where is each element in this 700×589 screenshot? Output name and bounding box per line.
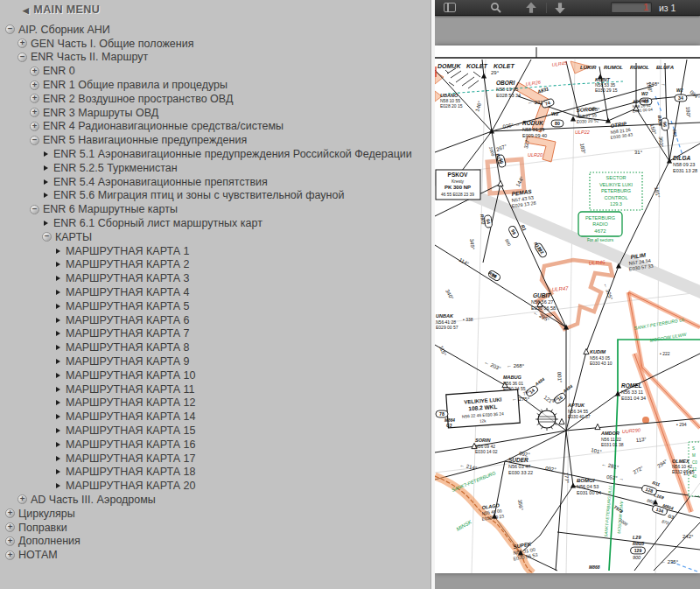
tree-item[interactable]: +AD Часть III. Аэродромы (0, 493, 430, 507)
tree-item[interactable]: МАРШРУТНАЯ КАРТА 16 (0, 438, 430, 452)
tree-item-label[interactable]: AD Часть III. Аэродромы (31, 494, 156, 506)
tree-item-label[interactable]: МАРШРУТНАЯ КАРТА 9 (66, 355, 189, 368)
tree-item-label[interactable]: ENR 4 Радионавигационные средства/систем… (43, 120, 284, 132)
tree-item-label[interactable]: Циркуляры (18, 508, 75, 520)
main-menu-header[interactable]: ◀MAIN MENU (0, 0, 430, 22)
tree-item-label[interactable]: Поправки (18, 522, 67, 534)
tree-item[interactable]: МАРШРУТНАЯ КАРТА 8 (0, 340, 430, 354)
expand-icon[interactable]: + (5, 508, 15, 518)
tree-item[interactable]: −AIP. Сборник АНИ (0, 23, 430, 37)
tree-item-label[interactable]: МАРШРУТНАЯ КАРТА 2 (66, 258, 189, 270)
tree-item[interactable]: −ENR Часть II. Маршрут (0, 51, 430, 65)
tree-item-label[interactable]: ENR 6.1 Сборный лист маршрутных карт (53, 217, 262, 229)
tree-item[interactable]: −КАРТЫ (0, 230, 430, 244)
tree-item-label[interactable]: МАРШРУТНАЯ КАРТА 17 (66, 452, 195, 465)
tree-item[interactable]: +ENR 0 (0, 64, 430, 78)
tree-item-label[interactable]: МАРШРУТНАЯ КАРТА 5 (66, 300, 189, 312)
expand-icon[interactable]: + (30, 122, 39, 131)
page-number-input[interactable] (611, 2, 652, 13)
tree-item[interactable]: МАРШРУТНАЯ КАРТА 20 (0, 479, 430, 493)
tree-item-label[interactable]: МАРШРУТНАЯ КАРТА 18 (66, 466, 195, 478)
expand-icon[interactable]: + (30, 81, 39, 90)
tree-item[interactable]: МАРШРУТНАЯ КАРТА 11 (0, 382, 430, 396)
expand-icon[interactable]: + (18, 494, 27, 504)
tree-item[interactable]: МАРШРУТНАЯ КАРТА 3 (0, 271, 430, 285)
tree-item[interactable]: МАРШРУТНАЯ КАРТА 1 (0, 244, 430, 258)
tree-item[interactable]: +ENR 1 Общие правила и процедуры (0, 78, 430, 92)
tree-item-label[interactable]: ENR Часть II. Маршрут (31, 51, 148, 63)
tree-item-label[interactable]: Дополнения (18, 535, 80, 547)
tree-item-label[interactable]: МАРШРУТНАЯ КАРТА 14 (66, 410, 195, 423)
tree-item[interactable]: +НОТАМ (0, 548, 430, 562)
collapse-icon[interactable]: − (30, 205, 39, 214)
expand-icon[interactable]: + (30, 94, 39, 103)
tree-item[interactable]: +ENR 3 Маршруты ОВД (0, 106, 430, 120)
tree-item[interactable]: +Циркуляры (0, 507, 430, 521)
tree-item[interactable]: МАРШРУТНАЯ КАРТА 4 (0, 285, 430, 299)
tree-item[interactable]: МАРШРУТНАЯ КАРТА 9 (0, 354, 430, 368)
tree-item-label[interactable]: МАРШРУТНАЯ КАРТА 6 (66, 314, 189, 326)
tree-item[interactable]: ENR 6.1 Сборный лист маршрутных карт (0, 216, 430, 230)
tree-item-label[interactable]: ENR 5.1 Аэронавигационные предупреждения… (53, 148, 412, 160)
tree-item[interactable]: +GEN Часть I. Общие положения (0, 37, 430, 51)
tree-item-label[interactable]: МАРШРУТНАЯ КАРТА 20 (66, 480, 195, 492)
tree-item[interactable]: МАРШРУТНАЯ КАРТА 14 (0, 410, 430, 424)
tree-item[interactable]: МАРШРУТНАЯ КАРТА 10 (0, 368, 430, 382)
collapse-icon[interactable]: − (5, 25, 15, 34)
tree-item[interactable]: +Поправки (0, 521, 430, 535)
expand-icon[interactable]: + (5, 522, 15, 532)
tree-item-label[interactable]: НОТАМ (18, 549, 58, 561)
tree-item[interactable]: +Дополнения (0, 534, 430, 548)
tree-item[interactable]: МАРШРУТНАЯ КАРТА 7 (0, 327, 430, 341)
tree-item[interactable]: −ENR 6 Маршрутные карты (0, 202, 430, 216)
collapse-icon[interactable]: − (30, 136, 39, 145)
tree-item-label[interactable]: МАРШРУТНАЯ КАРТА 16 (66, 438, 195, 451)
tree-item-label[interactable]: МАРШРУТНАЯ КАРТА 7 (66, 327, 189, 340)
tree-item-label[interactable]: AIP. Сборник АНИ (18, 24, 110, 36)
tree-item[interactable]: МАРШРУТНАЯ КАРТА 12 (0, 396, 430, 410)
search-icon[interactable] (490, 2, 502, 14)
tree-item[interactable]: ENR 5.1 Аэронавигационные предупреждения… (0, 147, 430, 161)
tree-item-label[interactable]: МАРШРУТНАЯ КАРТА 3 (66, 272, 189, 284)
collapse-icon[interactable]: − (18, 53, 27, 62)
tree-item-label[interactable]: МАРШРУТНАЯ КАРТА 11 (66, 383, 194, 396)
expand-icon[interactable]: + (5, 536, 15, 546)
tree-item[interactable]: МАРШРУТНАЯ КАРТА 18 (0, 466, 430, 480)
tree-item[interactable]: +ENR 2 Воздушное пространство ОВД (0, 92, 430, 106)
tree-item-label[interactable]: ENR 5.6 Миграция птиц и зоны с чувствите… (53, 189, 344, 201)
tree-item[interactable]: МАРШРУТНАЯ КАРТА 2 (0, 258, 430, 272)
tree-item-label[interactable]: МАРШРУТНАЯ КАРТА 15 (66, 424, 195, 437)
tree-item-label[interactable]: МАРШРУТНАЯ КАРТА 1 (66, 245, 189, 257)
tree-item-label[interactable]: ENR 0 (43, 65, 75, 77)
tree-item-label[interactable]: ENR 2 Воздушное пространство ОВД (43, 93, 233, 105)
tree-item-label[interactable]: GEN Часть I. Общие положения (31, 38, 193, 50)
expand-icon[interactable]: + (30, 108, 39, 117)
chart-page[interactable]: 748045349698646039296141612912813478 DOM… (435, 46, 700, 573)
tree-item-label[interactable]: МАРШРУТНАЯ КАРТА 10 (66, 369, 195, 382)
tree-item-label[interactable]: ENR 5.2.5 Туркменистан (53, 162, 178, 174)
tree-item-label[interactable]: ENR 6 Маршрутные карты (43, 203, 178, 215)
tree-item[interactable]: МАРШРУТНАЯ КАРТА 15 (0, 424, 430, 438)
tree-item[interactable]: МАРШРУТНАЯ КАРТА 17 (0, 452, 430, 466)
tree-item[interactable]: +ENR 4 Радионавигационные средства/систе… (0, 120, 430, 134)
tree-item-label[interactable]: ENR 5 Навигационные предупреждения (43, 134, 247, 146)
collapse-icon[interactable]: − (42, 232, 52, 242)
tree-item-label[interactable]: МАРШРУТНАЯ КАРТА 8 (66, 341, 189, 354)
tree-item[interactable]: ENR 5.6 Миграция птиц и зоны с чувствите… (0, 189, 430, 203)
tree-item-label[interactable]: МАРШРУТНАЯ КАРТА 12 (66, 396, 195, 409)
next-page-icon[interactable] (554, 2, 566, 14)
tree-item-label[interactable]: ENR 5.4 Аэронавигационные препятствия (53, 176, 268, 188)
tree-item[interactable]: МАРШРУТНАЯ КАРТА 6 (0, 313, 430, 327)
tree-item-label[interactable]: МАРШРУТНАЯ КАРТА 4 (66, 286, 189, 298)
tree-item[interactable]: ENR 5.2.5 Туркменистан (0, 161, 430, 175)
previous-page-icon[interactable] (525, 2, 537, 14)
expand-icon[interactable]: + (30, 67, 39, 76)
sidebar-toggle-icon[interactable] (444, 3, 456, 12)
tree-item[interactable]: МАРШРУТНАЯ КАРТА 5 (0, 299, 430, 313)
expand-icon[interactable]: + (18, 39, 27, 48)
tree-item[interactable]: ENR 5.4 Аэронавигационные препятствия (0, 175, 430, 189)
tree-item-label[interactable]: ENR 1 Общие правила и процедуры (43, 79, 228, 91)
tree-item-label[interactable]: ENR 3 Маршруты ОВД (43, 107, 158, 119)
tree-item-label[interactable]: КАРТЫ (55, 231, 92, 243)
expand-icon[interactable]: + (5, 550, 15, 560)
